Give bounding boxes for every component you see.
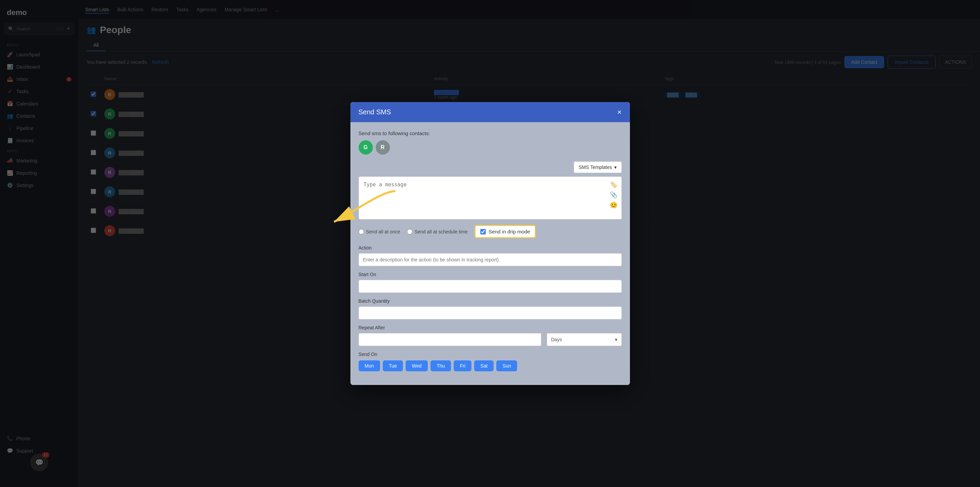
- modal-close-button[interactable]: ×: [617, 109, 622, 116]
- templates-row: SMS Templates ▾: [359, 161, 622, 173]
- sms-templates-button[interactable]: SMS Templates ▾: [574, 161, 622, 173]
- send-in-drip-option[interactable]: Send in drip mode: [474, 225, 536, 238]
- send-all-at-once-option[interactable]: Send all at once: [359, 229, 400, 235]
- days-select-wrapper: Days ▾: [547, 333, 622, 346]
- day-button[interactable]: Tue: [383, 360, 403, 371]
- message-input[interactable]: [359, 177, 621, 218]
- send-at-schedule-radio[interactable]: [407, 229, 412, 235]
- send-at-schedule-label: Send all at schedule time: [415, 229, 468, 235]
- batch-quantity-label: Batch Quantity: [359, 298, 622, 304]
- day-button[interactable]: Sun: [496, 360, 517, 371]
- emoji-icon[interactable]: 😊: [610, 201, 617, 209]
- repeat-after-group: Repeat After Days ▾: [359, 325, 622, 346]
- chevron-down-icon: ▾: [614, 164, 617, 170]
- modal-title: Send SMS: [359, 108, 391, 116]
- tag-icon[interactable]: 🏷️: [610, 181, 617, 188]
- modal-overlay[interactable]: Send SMS × Send sms to following contact…: [0, 0, 980, 487]
- repeat-after-row: Days ▾: [359, 333, 622, 346]
- contact-avatar-g: G: [359, 140, 373, 155]
- contacts-label: Send sms to following contacts:: [359, 130, 622, 136]
- send-all-at-once-label: Send all at once: [366, 229, 400, 235]
- days-select[interactable]: Days ▾: [547, 333, 622, 346]
- day-button[interactable]: Mon: [359, 360, 380, 371]
- repeat-after-input-wrapper: [359, 333, 541, 346]
- day-button[interactable]: Sat: [474, 360, 493, 371]
- send-sms-modal: Send SMS × Send sms to following contact…: [350, 102, 630, 385]
- day-button[interactable]: Wed: [406, 360, 428, 371]
- batch-quantity-input[interactable]: [359, 307, 622, 319]
- action-group: Action: [359, 245, 622, 266]
- modal-header: Send SMS ×: [350, 102, 630, 122]
- send-options: Send all at once Send all at schedule ti…: [359, 225, 622, 238]
- batch-quantity-group: Batch Quantity: [359, 298, 622, 319]
- start-on-input[interactable]: [359, 280, 622, 293]
- templates-label: SMS Templates: [579, 164, 612, 170]
- drip-option-container: Send in drip mode: [474, 225, 536, 238]
- send-in-drip-label: Send in drip mode: [488, 229, 530, 235]
- message-area-wrapper: 🏷️ 📎 😊: [359, 176, 622, 219]
- send-on-label: Send On: [359, 351, 622, 357]
- attachment-icon[interactable]: 📎: [610, 191, 617, 199]
- action-input[interactable]: [359, 253, 622, 266]
- days-option-label: Days: [551, 337, 562, 342]
- message-icons: 🏷️ 📎 😊: [610, 181, 617, 209]
- day-button[interactable]: Fri: [454, 360, 471, 371]
- day-buttons: MonTueWedThuFriSatSun: [359, 360, 622, 371]
- contact-avatars: G R: [359, 140, 622, 155]
- start-on-group: Start On: [359, 271, 622, 293]
- modal-body: Send sms to following contacts: G R SMS …: [350, 122, 630, 385]
- send-all-at-once-radio[interactable]: [359, 229, 364, 235]
- send-on-group: Send On MonTueWedThuFriSatSun: [359, 351, 622, 371]
- repeat-after-label: Repeat After: [359, 325, 622, 331]
- start-on-label: Start On: [359, 271, 622, 277]
- action-label: Action: [359, 245, 622, 251]
- send-at-schedule-option[interactable]: Send all at schedule time: [407, 229, 468, 235]
- send-in-drip-checkbox[interactable]: [480, 229, 486, 235]
- chevron-down-icon: ▾: [615, 337, 617, 342]
- repeat-after-input[interactable]: [359, 333, 541, 346]
- day-button[interactable]: Thu: [431, 360, 451, 371]
- contact-avatar-r: R: [375, 140, 390, 155]
